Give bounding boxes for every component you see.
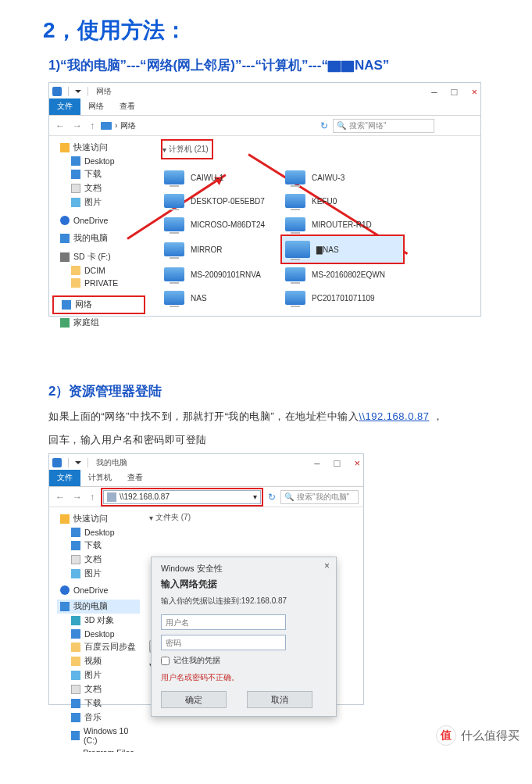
nav-up-button[interactable]: ↑ (88, 492, 96, 503)
computer-item[interactable]: MS-20090101RNVA (161, 263, 282, 286)
search-placeholder: 搜索"网络" (349, 120, 386, 131)
tree-this-pc-selected[interactable]: 我的电脑 (57, 600, 140, 614)
qat-dropdown-icon[interactable] (75, 90, 81, 96)
computer-item[interactable]: CAIWU-1 (161, 166, 282, 189)
computer-item[interactable]: DESKTOP-0E5EBD7 (161, 189, 282, 213)
tree-desktop2[interactable]: Desktop (57, 628, 140, 640)
tree-documents[interactable]: 文档 (57, 181, 144, 195)
computer-item[interactable]: MIROUTER-R1D (282, 213, 403, 236)
tree-quick-access[interactable]: 快速访问 (57, 512, 140, 526)
computer-item[interactable]: KEFU0 (282, 189, 403, 213)
tree-private[interactable]: PRIVATE (57, 277, 144, 289)
tree-homegroup[interactable]: 家庭组 (57, 316, 144, 330)
nav-back-button[interactable]: ← (54, 492, 66, 503)
nav-forward-button[interactable]: → (71, 492, 84, 503)
ribbon-tab-view[interactable]: 查看 (112, 98, 143, 115)
search-box[interactable]: 🔍 搜索"网络" (333, 119, 434, 133)
tree-pictures[interactable]: 图片 (57, 195, 144, 209)
dialog-cancel-button[interactable]: 取消 (247, 691, 312, 708)
computer-item-nas-highlighted[interactable]: ▇NAS (282, 236, 403, 263)
nav-bar: ← → ↑ › 网络 ↻ 🔍 搜索"网络" (49, 116, 480, 136)
dialog-subtitle: 输入你的凭据以连接到:192.168.0.87 (161, 596, 327, 607)
tree-win10[interactable]: Windows 10 (C:) (57, 725, 140, 746)
tree-baidu[interactable]: 百度云同步盘 (57, 640, 140, 654)
computer-item[interactable]: PC201701071109 (282, 286, 403, 310)
tree-pictures2[interactable]: 图片 (57, 668, 140, 682)
tree-pictures[interactable]: 图片 (57, 567, 140, 581)
tree-documents2[interactable]: 文档 (57, 682, 140, 696)
tree-sd-card[interactable]: SD 卡 (F:) (57, 250, 144, 264)
tree-onedrive[interactable]: OneDrive (57, 584, 140, 596)
app-icon (52, 87, 62, 96)
tree-dcim[interactable]: DCIM (57, 264, 144, 277)
section-header-computers[interactable]: ▾计算机 (21) (161, 139, 213, 159)
ribbon-tab-file[interactable]: 文件 (49, 98, 80, 115)
remember-checkbox-box[interactable] (161, 657, 170, 665)
refresh-button[interactable]: ↻ (320, 120, 328, 131)
network-icon (101, 122, 112, 130)
tree-downloads[interactable]: 下载 (57, 539, 140, 553)
tree-network-highlighted[interactable]: 网络 (52, 295, 145, 314)
username-input[interactable] (161, 614, 286, 630)
credentials-dialog: × Windows 安全性 输入网络凭据 输入你的凭据以连接到:192.168.… (151, 557, 337, 717)
tree-downloads2[interactable]: 下载 (57, 696, 140, 711)
nav-back-button[interactable]: ← (54, 120, 66, 131)
remember-checkbox[interactable]: 记住我的凭据 (161, 655, 327, 666)
tree-downloads[interactable]: 下载 (57, 167, 144, 181)
qat-dropdown-icon[interactable] (75, 461, 81, 467)
step-2-heading: 2）资源管理器登陆 (48, 382, 532, 400)
nav-up-button[interactable]: ↑ (88, 120, 96, 131)
ribbon-tab-network[interactable]: 网络 (80, 98, 112, 115)
address-bar[interactable]: \\192.168.0.87 ▾ (103, 490, 261, 504)
ribbon-tab-view[interactable]: 查看 (120, 470, 151, 486)
refresh-button[interactable]: ↻ (268, 492, 276, 503)
computer-icon (285, 194, 305, 208)
nav-bar: ← → ↑ \\192.168.0.87 ▾ ↻ 🔍 搜索"我的电脑" (49, 487, 363, 507)
minimize-button[interactable]: – (314, 457, 320, 469)
close-button[interactable]: × (354, 457, 360, 469)
computer-icon (285, 217, 305, 231)
window-title: 我的电脑 (96, 457, 127, 468)
computer-icon (285, 267, 305, 281)
watermark: 值 什么值得买 (436, 725, 520, 746)
tree-desktop[interactable]: Desktop (57, 526, 140, 539)
ribbon-tab-file[interactable]: 文件 (49, 470, 80, 486)
drive-icon (107, 492, 116, 502)
computer-item[interactable]: CAIWU-3 (282, 166, 403, 189)
paragraph-instruction-2: 回车，输入用户名和密码即可登陆 (48, 433, 532, 447)
dialog-security-label: Windows 安全性 (161, 564, 327, 575)
password-input[interactable] (161, 635, 286, 650)
computer-icon (164, 291, 184, 305)
tree-music[interactable]: 音乐 (57, 711, 140, 725)
maximize-button[interactable]: □ (334, 457, 341, 469)
titlebar: 网络 – □ × (49, 83, 480, 100)
minimize-button[interactable]: – (431, 86, 437, 98)
tree-documents[interactable]: 文档 (57, 553, 140, 567)
ribbon-tab-computer[interactable]: 计算机 (80, 470, 120, 486)
tree-this-pc[interactable]: 我的电脑 (57, 231, 144, 245)
section-folders[interactable]: ▾文件夹 (7) (149, 512, 357, 523)
maximize-button[interactable]: □ (452, 86, 458, 98)
tree-3d-objects[interactable]: 3D 对象 (57, 614, 140, 628)
dialog-ok-button[interactable]: 确定 (161, 691, 227, 708)
nav-forward-button[interactable]: → (71, 120, 84, 131)
tree-videos[interactable]: 视频 (57, 654, 140, 668)
computer-item[interactable]: MIRROR (161, 236, 282, 263)
computer-icon (285, 291, 305, 305)
dialog-close-button[interactable]: × (324, 560, 330, 571)
tree-quick-access[interactable]: 快速访问 (57, 141, 144, 155)
search-icon: 🔍 (284, 492, 294, 501)
explorer-window-thispc: 我的电脑 – □ × 文件 计算机 查看 ← → ↑ \\192.168.0.8… (48, 453, 364, 705)
tree-onedrive[interactable]: OneDrive (57, 214, 144, 227)
computer-icon (164, 194, 184, 208)
computer-item[interactable]: MS-20160802EQWN (282, 263, 403, 286)
breadcrumb[interactable]: › 网络 (101, 120, 136, 131)
search-box[interactable]: 🔍 搜索"我的电脑" (280, 490, 359, 504)
tree-desktop[interactable]: Desktop (57, 155, 144, 167)
computer-item[interactable]: MICROSO-M86DT24 (161, 213, 282, 236)
close-button[interactable]: × (471, 86, 477, 98)
tree-program-files[interactable]: Program Files (D:) (57, 746, 140, 752)
app-icon (52, 458, 62, 467)
link-nas-address[interactable]: \\192.168.0.87 (359, 410, 429, 422)
computer-item[interactable]: NAS (161, 286, 282, 310)
